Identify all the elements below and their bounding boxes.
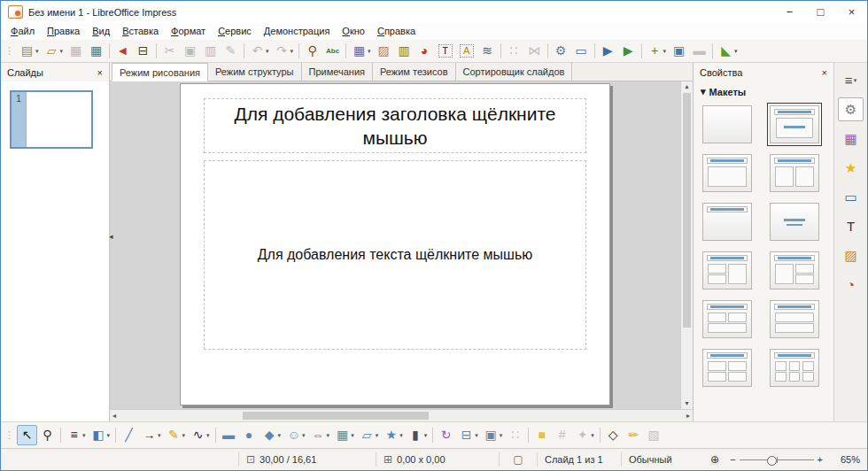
layout-blank[interactable] (702, 105, 752, 143)
menu-edit[interactable]: Правка (41, 24, 86, 39)
gallery-tab[interactable]: ▨ (838, 243, 864, 267)
symbol-shapes-button[interactable]: ☺▾ (283, 425, 308, 445)
block-arrows-dropdown-arrow[interactable]: ▾ (327, 432, 330, 439)
horizontal-scrollbar[interactable]: ◂ ▸ (110, 409, 693, 421)
menu-insert[interactable]: Вставка (116, 24, 165, 39)
layout-one-left-two-right[interactable] (770, 251, 819, 290)
layout-centered-text[interactable] (770, 203, 819, 241)
layout-title-content-single[interactable] (702, 154, 752, 192)
rotate-button[interactable]: ↻ (436, 425, 456, 445)
view-name-segment[interactable]: Обычный (622, 449, 707, 470)
arrange-dropdown-arrow[interactable]: ▾ (500, 432, 503, 439)
slide-layout-dropdown-arrow[interactable]: ▾ (734, 48, 738, 55)
vertical-scroll-thumb[interactable] (683, 93, 691, 328)
open-button[interactable]: ▱▾ (42, 41, 66, 61)
align-objects-dropdown-arrow[interactable]: ▾ (475, 432, 478, 439)
properties-tab[interactable]: ⚙ (838, 97, 864, 121)
insert-fontwork-button[interactable]: A (456, 41, 477, 61)
lines-and-arrows-button[interactable]: →▾ (139, 425, 164, 445)
menu-tools[interactable]: Сервис (212, 24, 258, 39)
layout-two-over-one[interactable] (702, 300, 752, 338)
menu-file[interactable]: Файл (4, 24, 41, 39)
connector-button[interactable]: ∿▾ (188, 425, 213, 445)
zoom-tool-button[interactable]: ⚲ (37, 425, 58, 445)
menu-window[interactable]: Окно (336, 24, 371, 39)
undo-dropdown-arrow[interactable]: ▾ (266, 48, 269, 55)
tab-handout[interactable]: Режим тезисов (373, 63, 456, 81)
save-as-button[interactable]: ▦ (86, 41, 106, 61)
scroll-down-icon[interactable]: ▾ (685, 398, 688, 409)
ellipse-button[interactable]: ● (239, 425, 260, 445)
tab-sorter[interactable]: Сортировщик слайдов (456, 63, 573, 81)
callouts-button[interactable]: ▱▾ (357, 425, 382, 445)
curve-button[interactable]: ✎▾ (164, 425, 189, 445)
shadow-button[interactable]: ■ (531, 425, 552, 445)
menu-help[interactable]: Справка (371, 24, 422, 39)
insert-chart-button[interactable]: ◕ (415, 41, 435, 61)
insert-table-button[interactable]: ▦▾ (349, 41, 374, 61)
line-style-dropdown-arrow[interactable]: ▾ (82, 432, 86, 439)
connector-dropdown-arrow[interactable]: ▾ (206, 432, 210, 439)
layout-title-two-content[interactable] (770, 154, 819, 192)
curve-dropdown-arrow[interactable]: ▾ (182, 432, 186, 439)
slide-properties-button[interactable]: ⚙ (551, 41, 571, 61)
layout-two-left-one-right[interactable] (702, 251, 752, 290)
block-arrows-button[interactable]: ⇔▾ (308, 425, 333, 445)
menu-slideshow[interactable]: Демонстрация (258, 24, 337, 39)
start-from-current-slide-button[interactable]: ▶ (618, 41, 639, 61)
line-style-button[interactable]: ≡▾ (64, 425, 89, 445)
new-presentation-dropdown-arrow[interactable]: ▾ (35, 48, 39, 55)
spelling-button[interactable]: Abc (322, 41, 343, 61)
panel-collapse-arrow[interactable]: ◂ (110, 232, 113, 241)
fit-slide-segment[interactable]: ⊕ (707, 449, 723, 470)
layout-two-rows[interactable] (770, 300, 819, 338)
callouts-dropdown-arrow[interactable]: ▾ (376, 432, 379, 439)
show-grid-button[interactable]: ∷ (504, 41, 524, 61)
styles-tab[interactable]: T (838, 214, 864, 238)
tab-notes[interactable]: Примечания (302, 63, 374, 81)
insert-image-button[interactable]: ▨ (374, 41, 394, 61)
flowchart-dropdown-arrow[interactable]: ▾ (351, 432, 354, 439)
tab-drawing[interactable]: Режим рисования (112, 63, 208, 81)
insert-media-button[interactable]: ▥ (394, 41, 415, 61)
layout-title-content[interactable] (770, 105, 819, 143)
rectangle-button[interactable]: ▬ (219, 425, 239, 445)
find-replace-button[interactable]: ⚲ (302, 41, 322, 61)
basic-shapes-dropdown-arrow[interactable]: ▾ (278, 432, 282, 439)
3d-objects-button[interactable]: ▮▾ (406, 425, 430, 445)
navigator-tab[interactable]: ◔ (838, 273, 864, 297)
area-style-button[interactable]: ◧▾ (89, 425, 113, 445)
horizontal-scroll-thumb[interactable] (243, 412, 429, 420)
basic-shapes-button[interactable]: ◆▾ (260, 425, 284, 445)
scroll-right-icon[interactable]: ▸ (684, 411, 693, 421)
start-from-first-slide-button[interactable]: ▶ (598, 41, 618, 61)
slide-page[interactable]: Для добавления заголовка щёлкните мышью … (180, 83, 610, 405)
zoom-level-segment[interactable]: 65% (830, 449, 867, 470)
new-slide-button[interactable]: +▾ (645, 41, 670, 61)
stars-and-banners-dropdown-arrow[interactable]: ▾ (399, 432, 403, 439)
minimize-button[interactable]: − (774, 1, 805, 23)
print-button[interactable]: ⊟ (133, 41, 153, 61)
symbol-shapes-dropdown-arrow[interactable]: ▾ (302, 432, 306, 439)
export-pdf-button[interactable]: ◄ (112, 41, 133, 61)
tab-outline[interactable]: Режим структуры (208, 63, 302, 81)
new-presentation-button[interactable]: ▤▾ (17, 41, 42, 61)
duplicate-slide-button[interactable]: ▣ (669, 41, 689, 61)
zoom-in-icon[interactable]: + (818, 454, 823, 465)
align-objects-button[interactable]: ⊟▾ (456, 425, 481, 445)
title-placeholder[interactable]: Для добавления заголовка щёлкните мышью (204, 98, 586, 153)
zoom-slider[interactable]: − + (723, 449, 830, 470)
slide-layout-button[interactable]: ◣▾ (716, 41, 740, 61)
arrange-button[interactable]: ▣▾ (481, 425, 506, 445)
area-style-dropdown-arrow[interactable]: ▾ (107, 432, 111, 439)
stars-and-banners-button[interactable]: ★▾ (381, 425, 406, 445)
insert-special-character-button[interactable]: ≋ (477, 41, 498, 61)
properties-panel-close-icon[interactable]: × (822, 67, 827, 78)
new-slide-dropdown-arrow[interactable]: ▾ (663, 48, 667, 55)
master-pages-tab[interactable]: ▭ (838, 185, 864, 209)
3d-objects-dropdown-arrow[interactable]: ▾ (424, 432, 428, 439)
open-dropdown-arrow[interactable]: ▾ (60, 48, 64, 55)
layout-title-only[interactable] (702, 203, 752, 241)
slides-panel-close-icon[interactable]: × (97, 67, 103, 78)
redo-dropdown-arrow[interactable]: ▾ (291, 48, 294, 55)
